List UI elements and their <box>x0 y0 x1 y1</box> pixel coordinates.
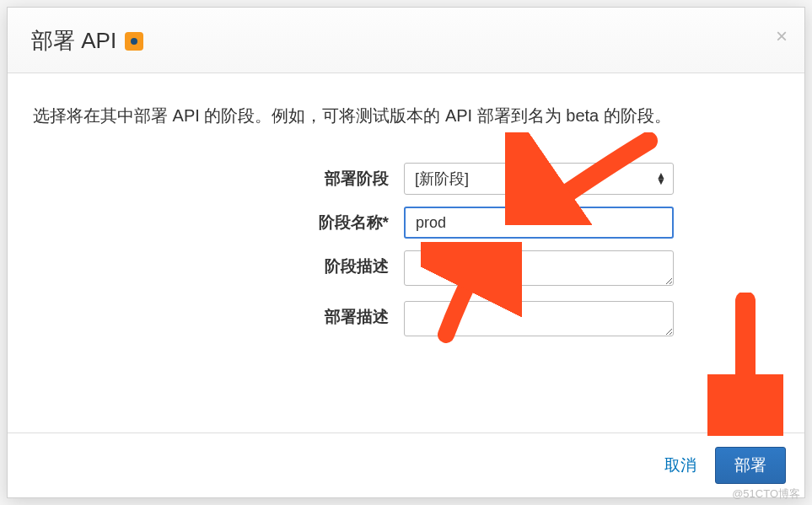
row-deploy-stage: 部署阶段 [新阶段] ▲▼ <box>33 163 779 195</box>
select-deploy-stage[interactable]: [新阶段] ▲▼ <box>404 163 674 195</box>
intro-text: 选择将在其中部署 API 的阶段。例如，可将测试版本的 API 部署到名为 be… <box>33 102 779 129</box>
textarea-deploy-desc[interactable] <box>404 301 674 336</box>
label-stage-desc: 阶段描述 <box>33 250 404 277</box>
row-stage-desc: 阶段描述 <box>33 250 779 289</box>
input-stage-name[interactable] <box>404 207 674 239</box>
deploy-button[interactable]: 部署 <box>715 447 786 484</box>
close-icon: × <box>776 24 788 47</box>
select-deploy-stage-value: [新阶段] <box>415 169 469 189</box>
modal-body: 选择将在其中部署 API 的阶段。例如，可将测试版本的 API 部署到名为 be… <box>8 73 804 432</box>
modal-header: 部署 API × <box>8 8 804 73</box>
cancel-button[interactable]: 取消 <box>664 454 696 476</box>
modal-title-text: 部署 API <box>31 26 116 56</box>
modal-title: 部署 API <box>31 26 143 56</box>
label-deploy-desc: 部署描述 <box>33 301 404 328</box>
close-button[interactable]: × <box>776 26 788 46</box>
label-stage-name: 阶段名称* <box>33 207 404 234</box>
select-arrows-icon: ▲▼ <box>656 173 666 184</box>
deploy-api-modal: 部署 API × 选择将在其中部署 API 的阶段。例如，可将测试版本的 API… <box>7 7 805 498</box>
row-deploy-desc: 部署描述 <box>33 301 779 340</box>
label-deploy-stage: 部署阶段 <box>33 163 404 190</box>
api-badge-icon <box>125 32 143 51</box>
textarea-stage-desc[interactable] <box>404 250 674 286</box>
row-stage-name: 阶段名称* <box>33 207 779 239</box>
modal-footer: 取消 部署 <box>8 432 804 497</box>
watermark-text: @51CTO博客 <box>732 486 800 502</box>
